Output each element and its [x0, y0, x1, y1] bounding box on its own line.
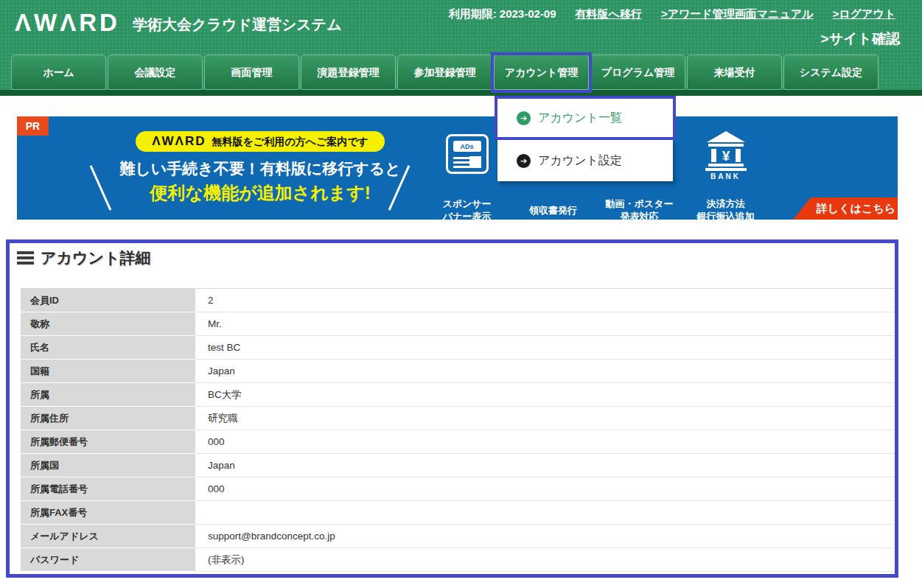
row-label: パスワード	[21, 548, 195, 572]
table-row: 所属FAX番号	[21, 501, 895, 525]
ads-icon-line	[453, 161, 469, 164]
banner-pill-text: 無料版をご利用の方へご案内です	[212, 136, 368, 147]
banner-headline-1: 難しい手続き不要！有料版に移行すると	[87, 158, 433, 179]
row-label: 所属住所	[21, 407, 195, 430]
usage-limit-text: 利用期限: 2023-02-09	[449, 7, 556, 21]
pr-tag: PR	[17, 116, 49, 136]
yen-symbol: ¥	[722, 148, 730, 164]
table-row: 所属電話番号 000	[21, 477, 895, 501]
bank-icon-label: BANK	[710, 172, 741, 181]
banner-headline-2: 便利な機能が追加されます!	[87, 181, 433, 205]
feature-label: 発表対応	[620, 210, 658, 223]
award-logo-small: ΛWΛRD	[152, 134, 206, 148]
table-row: 氏名 test BC	[21, 336, 895, 360]
list-icon	[17, 251, 34, 265]
table-row: 所属 BC大学	[21, 383, 895, 407]
logout-link[interactable]: >ログアウト	[832, 7, 895, 21]
row-value: 000	[195, 477, 895, 501]
row-value: Japan	[195, 360, 895, 383]
row-value: (非表示)	[195, 548, 895, 572]
feature-label: 決済方法	[707, 197, 745, 210]
row-value: test BC	[195, 336, 895, 360]
bank-building-icon: ¥	[705, 131, 747, 171]
feature-label: スポンサー	[442, 197, 491, 210]
menu-item-account-list[interactable]: アカウント一覧	[495, 96, 676, 140]
banner-pill: ΛWΛRD無料版をご利用の方へご案内です	[136, 131, 385, 152]
feature-bank-transfer: ¥ BANK 決済方法 銀行振込追加	[682, 131, 769, 224]
site-check-link[interactable]: >サイト確認	[821, 31, 900, 46]
tab-account-management[interactable]: アカウント管理	[494, 55, 589, 90]
main-nav: ホーム 会議設定 画面管理 演題登録管理 参加登録管理 アカウント管理 プログラ…	[11, 55, 879, 90]
ads-icon-label: ADs	[453, 141, 481, 152]
admin-manual-link[interactable]: >アワード管理画面マニュアル	[661, 7, 814, 21]
header-links-row2: >サイト確認	[821, 29, 900, 49]
row-value: Japan	[195, 454, 895, 477]
row-label: 所属電話番号	[21, 477, 195, 501]
row-value	[195, 501, 895, 525]
ads-icon-line	[453, 157, 469, 159]
row-value: Mr.	[195, 312, 895, 336]
row-value: 000	[195, 430, 895, 454]
table-row: メールアドレス support@brandconcept.co.jp	[21, 525, 895, 548]
row-value: support@brandconcept.co.jp	[195, 525, 895, 548]
row-value: 2	[195, 289, 895, 312]
menu-item-account-settings[interactable]: アカウント設定	[497, 140, 673, 181]
row-label: 所属FAX番号	[21, 501, 195, 525]
row-label: 敬称	[21, 312, 195, 336]
page: ΛWΛRD 学術大会クラウド運営システム 利用期限: 2023-02-09 有料…	[0, 0, 922, 588]
table-row: パスワード (非表示)	[21, 548, 895, 572]
table-row: 所属国 Japan	[21, 454, 895, 477]
row-label: 氏名	[21, 336, 195, 360]
sponsor-ads-icon: ADs	[446, 131, 489, 196]
table-row: 所属郵便番号 000	[21, 430, 895, 454]
tab-abstract-management[interactable]: 演題登録管理	[301, 55, 396, 90]
menu-item-label: アカウント設定	[538, 153, 622, 169]
row-value: BC大学	[195, 383, 895, 407]
feature-label: 領収書発行	[529, 204, 577, 217]
feature-label: 動画・ポスター	[606, 197, 674, 210]
row-label: 所属	[21, 383, 195, 407]
table-row: 国籍 Japan	[21, 360, 895, 383]
arrow-circle-icon	[517, 111, 531, 125]
tab-registration-management[interactable]: 参加登録管理	[397, 55, 492, 90]
ads-icon-line	[453, 166, 469, 168]
menu-item-label: アカウント一覧	[538, 111, 622, 126]
tab-conference-settings[interactable]: 会議設定	[108, 55, 203, 90]
row-label: 所属郵便番号	[21, 430, 195, 454]
table-row: 敬称 Mr.	[21, 312, 895, 336]
row-value: 研究職	[195, 407, 895, 430]
feature-label: 銀行振込追加	[697, 210, 755, 223]
account-detail-section: アカウント詳細 会員ID 2 敬称 Mr. 氏名 test BC 国籍 Japa…	[6, 239, 898, 578]
ads-icon-block	[469, 156, 481, 168]
tab-home[interactable]: ホーム	[11, 55, 106, 90]
top-header: ΛWΛRD 学術大会クラウド運営システム 利用期限: 2023-02-09 有料…	[0, 0, 922, 96]
header-links-row: 利用期限: 2023-02-09 有料版へ移行 >アワード管理画面マニュアル >…	[449, 7, 895, 21]
page-title: アカウント詳細	[41, 248, 150, 268]
arrow-circle-icon	[517, 154, 531, 168]
row-label: 所属国	[21, 454, 195, 477]
system-title: 学術大会クラウド運営システム	[133, 15, 342, 35]
tab-system-settings[interactable]: システム設定	[783, 55, 879, 90]
tab-venue-reception[interactable]: 来場受付	[687, 55, 782, 90]
bank-icon: ¥ BANK	[705, 131, 747, 181]
tab-program-management[interactable]: プログラム管理	[590, 55, 685, 90]
table-row: 会員ID 2	[21, 289, 895, 312]
paid-upgrade-link[interactable]: 有料版へ移行	[576, 7, 642, 21]
tab-screen-management[interactable]: 画面管理	[204, 55, 299, 90]
row-label: 国籍	[21, 360, 195, 383]
feature-label: バナー表示	[443, 210, 492, 223]
nav-bottom-strip	[0, 90, 922, 96]
banner-promo-text: ΛWΛRD無料版をご利用の方へご案内です 難しい手続き不要！有料版に移行すると …	[87, 131, 433, 205]
section-heading: アカウント詳細	[17, 248, 150, 268]
account-detail-table: 会員ID 2 敬称 Mr. 氏名 test BC 国籍 Japan 所属 BC大…	[21, 288, 895, 572]
table-row: 所属住所 研究職	[21, 407, 895, 430]
details-cta-button[interactable]: 詳しくはこちら	[793, 197, 898, 220]
row-label: 会員ID	[21, 289, 195, 312]
pr-banner[interactable]: PR ΛWΛRD無料版をご利用の方へご案内です 難しい手続き不要！有料版に移行す…	[17, 116, 898, 220]
award-logo: ΛWΛRD	[15, 9, 120, 37]
ads-page-icon: ADs	[446, 134, 489, 174]
row-label: メールアドレス	[21, 525, 195, 548]
